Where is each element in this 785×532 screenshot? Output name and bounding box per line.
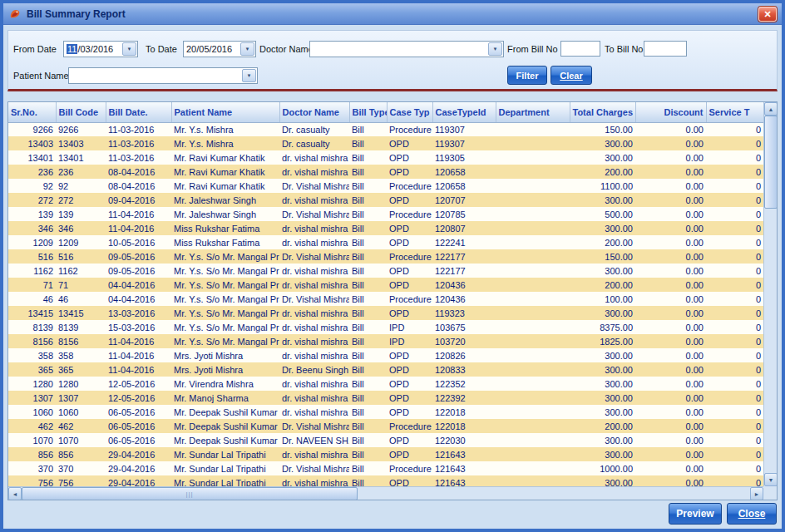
doctor-name-dropdown-button[interactable]: ▼ [488, 42, 502, 56]
table-cell: 122018 [432, 419, 496, 433]
column-header[interactable]: CaseTypeId [432, 102, 496, 122]
table-cell: 103675 [432, 320, 496, 334]
table-cell: 0.00 [635, 433, 706, 447]
clear-button[interactable]: Clear [550, 66, 592, 85]
filter-button[interactable]: Filter [507, 66, 547, 85]
from-date-combo[interactable]: 11/03/2016 ▼ [63, 41, 138, 57]
scroll-up-button[interactable]: ▲ [764, 102, 778, 116]
table-cell: 0.00 [635, 179, 706, 193]
table-cell: 0.00 [635, 405, 706, 419]
table-row[interactable]: 1307130712-05-2016Mr. Manoj Sharmadr. vi… [8, 391, 763, 405]
table-cell: 0 [706, 207, 763, 221]
patient-name-dropdown-button[interactable]: ▼ [242, 69, 256, 82]
table-row[interactable]: 85685629-04-2016Mr. Sundar Lal Tripathid… [8, 447, 763, 461]
doctor-name-combo[interactable]: ▼ [309, 41, 504, 57]
scroll-down-button[interactable]: ▼ [764, 473, 778, 486]
table-row[interactable]: 13913911-04-2016Mr. Jaleshwar SinghDr. V… [8, 207, 763, 221]
table-row[interactable]: 36536511-04-2016Mrs. Jyoti MishraDr. Bee… [8, 362, 763, 377]
close-window-button[interactable]: Close [727, 503, 777, 525]
table-cell [496, 292, 570, 306]
column-header[interactable]: Bill Code [56, 102, 106, 122]
table-row[interactable]: 1070107006-05-2016Mr. Deepak Sushil Kuma… [8, 433, 763, 447]
scroll-right-button[interactable]: ► [750, 487, 763, 500]
table-row[interactable]: 1209120910-05-2016Miss Rukshar Fatimadr.… [8, 235, 763, 249]
table-row[interactable]: 34634611-04-2016Miss Rukshar Fatimadr. v… [8, 221, 763, 235]
table-row[interactable]: 1162116209-05-2016Mr. Y.s. S/o Mr. Manga… [8, 264, 763, 278]
column-header[interactable]: Service T [706, 102, 763, 122]
table-row[interactable]: 8156815611-04-2016Mr. Y.s. S/o Mr. Manga… [8, 334, 763, 348]
table-cell: dr. vishal mishra [279, 348, 349, 362]
table-cell: 0 [706, 249, 763, 264]
column-header[interactable]: Department [496, 102, 570, 122]
table-row[interactable]: 35835811-04-2016Mrs. Jyoti Mishradr. vis… [8, 348, 763, 362]
table-cell: 0.00 [635, 419, 706, 433]
patient-name-combo[interactable]: ▼ [68, 67, 258, 84]
table-cell: Dr. NAVEEN SH. [279, 433, 349, 447]
table-row[interactable]: 1060106006-05-2016Mr. Deepak Sushil Kuma… [8, 405, 763, 419]
table-row[interactable]: 27227209-04-2016Mr. Jaleshwar Singhdr. v… [8, 193, 763, 207]
scroll-left-button[interactable]: ◄ [8, 487, 22, 500]
table-row[interactable]: 717104-04-2016Mr. Y.s. S/o Mr. Mangal Pr… [8, 278, 763, 292]
table-cell: Miss Rukshar Fatima [171, 235, 279, 249]
table-cell: 300.00 [570, 150, 635, 165]
table-cell: OPD [387, 165, 432, 179]
table-cell: 139 [8, 207, 56, 221]
table-row[interactable]: 37037029-04-2016Mr. Sundar Lal TripathiD… [8, 461, 763, 475]
table-cell: 121643 [432, 461, 496, 475]
table-row[interactable]: 134151341513-03-2016Mr. Y.s. S/o Mr. Man… [8, 306, 763, 320]
column-header[interactable]: Sr.No. [8, 102, 56, 122]
table-row[interactable]: 1280128012-05-2016Mr. Virendra Mishradr.… [8, 377, 763, 391]
table-cell: Bill [349, 419, 387, 433]
table-row[interactable]: 23623608-04-2016Mr. Ravi Kumar Khatikdr.… [8, 165, 763, 179]
table-cell: Dr. Vishal Mishra [279, 249, 349, 264]
horizontal-scroll-thumb[interactable]: ||| [22, 487, 358, 500]
table-cell: 0.00 [635, 306, 706, 320]
table-cell: OPD [387, 221, 432, 235]
table-cell: Mrs. Jyoti Mishra [171, 362, 279, 377]
table-cell: Procedure [387, 292, 432, 306]
vertical-scrollbar[interactable]: ▲ ▼ [763, 102, 777, 486]
to-bill-no-input[interactable] [644, 41, 687, 57]
table-cell [496, 221, 570, 235]
from-date-dropdown-button[interactable]: ▼ [122, 42, 136, 56]
column-header[interactable]: Bill Type [349, 102, 387, 122]
column-header[interactable]: Patient Name [171, 102, 279, 122]
table-row[interactable]: 51651609-05-2016Mr. Y.s. S/o Mr. Mangal … [8, 249, 763, 264]
table-row[interactable]: 46246206-05-2016Mr. Deepak Sushil Kumar … [8, 419, 763, 433]
column-header[interactable]: Doctor Name [279, 102, 349, 122]
table-cell: Mr. Y.s. S/o Mr. Mangal Pra [171, 320, 279, 334]
table-row[interactable]: 9266926611-03-2016Mr. Y.s. MishraDr. cas… [8, 122, 763, 136]
to-date-combo[interactable]: 20/05/2016 ▼ [183, 41, 256, 57]
column-header[interactable]: Discount [635, 102, 706, 122]
table-cell: 13415 [56, 306, 106, 320]
table-cell [496, 348, 570, 362]
preview-button[interactable]: Preview [669, 503, 722, 525]
table-cell: 120833 [432, 362, 496, 377]
table-row[interactable]: 464604-04-2016Mr. Y.s. S/o Mr. Mangal Pr… [8, 292, 763, 306]
column-header[interactable]: Total Charges [570, 102, 635, 122]
table-cell: 46 [56, 292, 106, 306]
from-bill-no-input[interactable] [560, 41, 600, 57]
table-cell [496, 278, 570, 292]
column-header[interactable]: Case Typ [387, 102, 432, 122]
table-cell: Miss Rukshar Fatima [171, 221, 279, 235]
table-cell: 0 [706, 419, 763, 433]
horizontal-scrollbar[interactable]: ◄ ||| ► [8, 486, 763, 500]
table-cell: 0 [706, 447, 763, 461]
table-row[interactable]: 134031340311-03-2016Mr. Y.s. MishraDr. c… [8, 136, 763, 150]
table-row[interactable]: 134011340111-03-2016Mr. Ravi Kumar Khati… [8, 150, 763, 165]
close-button[interactable]: ✕ [758, 7, 777, 22]
table-row[interactable]: 8139813915-03-2016Mr. Y.s. S/o Mr. Manga… [8, 320, 763, 334]
table-cell: OPD [387, 447, 432, 461]
vertical-scroll-thumb[interactable] [764, 116, 778, 209]
table-cell: 71 [8, 278, 56, 292]
table-cell: 11-04-2016 [106, 334, 171, 348]
table-row[interactable]: 929208-04-2016Mr. Ravi Kumar KhatikDr. V… [8, 179, 763, 193]
table-cell: Bill [349, 235, 387, 249]
column-header[interactable]: Bill Date. [106, 102, 171, 122]
to-date-label: To Date [146, 44, 177, 54]
to-date-dropdown-button[interactable]: ▼ [240, 42, 254, 56]
table-cell: Bill [349, 306, 387, 320]
table-cell: 516 [56, 249, 106, 264]
table-cell [496, 391, 570, 405]
